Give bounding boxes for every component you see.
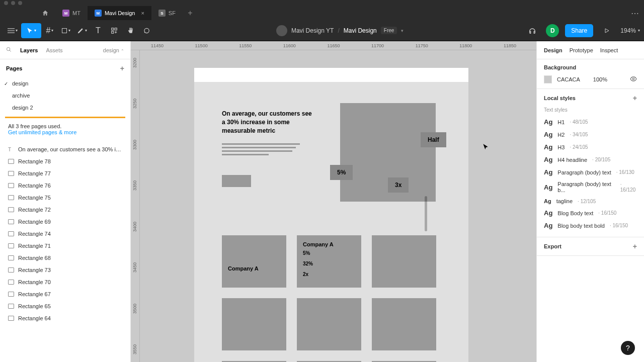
cursor-icon [482,143,489,152]
hand-tool[interactable] [123,23,138,38]
background-opacity[interactable]: 100% [593,76,607,82]
frame-hero-section[interactable]: On average, our customers see a 30% incr… [194,82,468,220]
overflow-menu[interactable]: ⋯ [626,6,644,20]
text-style-h4[interactable]: AgH4 headline· 20/105 [544,153,637,166]
move-tool[interactable]: ▾ [21,23,41,38]
home-tab[interactable] [35,6,55,20]
frame-tool[interactable]: #▾ [42,23,57,38]
comment-tool[interactable] [139,23,154,38]
prototype-tab[interactable]: Prototype [570,47,593,53]
tab-mt[interactable]: M MT [55,6,88,20]
page-item-design[interactable]: design [0,77,130,89]
traffic-min[interactable] [11,1,15,5]
frame-header[interactable] [194,68,468,82]
add-style-button[interactable]: + [633,94,637,102]
card-placeholder[interactable] [297,298,361,350]
card-placeholder[interactable] [372,298,436,350]
stat-badge-3x[interactable]: 3x [388,177,409,193]
visibility-icon[interactable] [630,75,637,83]
file-name[interactable]: Mavi Design [344,27,377,34]
tab-mavi-design[interactable]: M Mavi Design × [88,6,151,20]
tab-sf[interactable]: S SF [151,6,183,20]
text-style-tagline[interactable]: Agtagline· 12/105 [544,196,637,207]
assets-tab[interactable]: Assets [46,47,62,53]
text-tool[interactable]: T [91,23,106,38]
layer-item[interactable]: Rectangle 69 [0,216,130,228]
layer-item[interactable]: Rectangle 77 [0,167,130,179]
layer-item[interactable]: Rectangle 73 [0,264,130,276]
page-selector[interactable]: design ⌃ [103,47,124,53]
plan-badge[interactable]: Free [381,27,397,34]
text-style-blog-body-bold[interactable]: AgBlog body text bold· 16/150 [544,219,637,232]
layer-item[interactable]: Rectangle 76 [0,179,130,192]
close-icon[interactable]: × [141,10,144,16]
stat-badge-5pct[interactable]: 5% [330,165,353,180]
card-company-a-hover[interactable]: Company A 5% 32% 2x [297,235,361,288]
text-style-paragraph[interactable]: AgParagraph (body) text· 16/130 [544,166,637,178]
window-chrome [0,0,644,6]
layer-item[interactable]: Rectangle 71 [0,240,130,252]
chevron-down-icon[interactable]: ▾ [401,28,404,33]
design-tab[interactable]: Design [544,47,562,53]
toolbar: ▾ ▾ #▾ ▾ ▾ T Mavi Design YT / Mavi Desig… [0,20,644,41]
present-button[interactable] [599,23,614,38]
page-item-design2[interactable]: design 2 [0,102,130,114]
card-placeholder[interactable] [222,298,286,350]
layer-item[interactable]: Rectangle 67 [0,288,130,300]
text-style-h2[interactable]: AgH2· 34/105 [544,128,637,141]
user-avatar[interactable]: D [546,24,559,37]
share-button[interactable]: Share [565,24,593,37]
background-hex[interactable]: CACACA [557,76,580,82]
rect-layer-icon [8,304,14,309]
svg-point-7 [7,47,10,50]
pages-warning: All 3 free pages used. Get unlimited pag… [5,117,125,140]
menu-button[interactable]: ▾ [5,23,20,38]
zoom-control[interactable]: 194%▾ [620,27,640,34]
layer-item[interactable]: Rectangle 68 [0,252,130,264]
layer-item[interactable]: Rectangle 65 [0,300,130,312]
card-company-a[interactable]: Company A [222,235,286,288]
layer-item[interactable]: Rectangle 74 [0,228,130,240]
left-panel: Layers Assets design ⌃ Pages + design ar… [0,41,131,362]
pen-tool[interactable]: ▾ [74,23,90,38]
traffic-close[interactable] [4,1,8,5]
search-icon[interactable] [6,47,12,53]
card-placeholder[interactable] [372,235,436,288]
layer-item[interactable]: Rectangle 70 [0,276,130,288]
layers-tab[interactable]: Layers [20,47,38,53]
hero-headline[interactable]: On average, our customers see a 30% incr… [222,110,312,135]
hero-button[interactable] [222,175,251,187]
frame-cards-section[interactable]: Company A hover → Company A 5% 32% [194,220,468,362]
text-style-blog-body[interactable]: AgBlog Body text· 16/150 [544,207,637,219]
audio-button[interactable] [525,23,540,38]
layer-item[interactable]: Rectangle 72 [0,204,130,216]
project-name[interactable]: Mavi Design YT [291,27,334,34]
resources-tool[interactable] [107,23,122,38]
text-style-h3[interactable]: AgH3· 24/105 [544,141,637,153]
help-button[interactable]: ? [621,341,635,355]
rect-layer-icon [8,255,14,260]
upgrade-link[interactable]: Get unlimited pages & more [8,129,76,135]
text-style-paragraph-bold[interactable]: AgParagraph (body) text b...· 16/120 [544,178,637,196]
layer-item[interactable]: Rectangle 75 [0,192,130,204]
traffic-max[interactable] [18,1,22,5]
layer-item[interactable]: TOn average, our customers see a 30% inc… [0,143,130,155]
text-layer-icon: T [8,147,14,152]
layer-item[interactable]: Rectangle 78 [0,155,130,167]
svg-rect-6 [112,31,114,33]
add-tab-button[interactable]: + [183,6,198,20]
canvas[interactable]: 1145011500115501160011650117001175011800… [131,41,536,362]
rect-layer-icon [8,292,14,297]
layer-item[interactable]: Rectangle 64 [0,312,130,324]
shape-tool[interactable]: ▾ [58,23,73,38]
add-export-button[interactable]: + [633,242,637,250]
background-swatch[interactable] [544,75,552,83]
page-item-archive[interactable]: archive [0,89,130,102]
scrollbar-vertical[interactable] [425,196,427,231]
background-title: Background [544,64,576,70]
add-page-button[interactable]: + [120,64,124,72]
text-style-h1[interactable]: AgH1· 48/105 [544,116,637,128]
inspect-tab[interactable]: Inspect [600,47,618,53]
rect-layer-icon [8,195,14,200]
stat-badge-half[interactable]: Half [421,132,446,147]
